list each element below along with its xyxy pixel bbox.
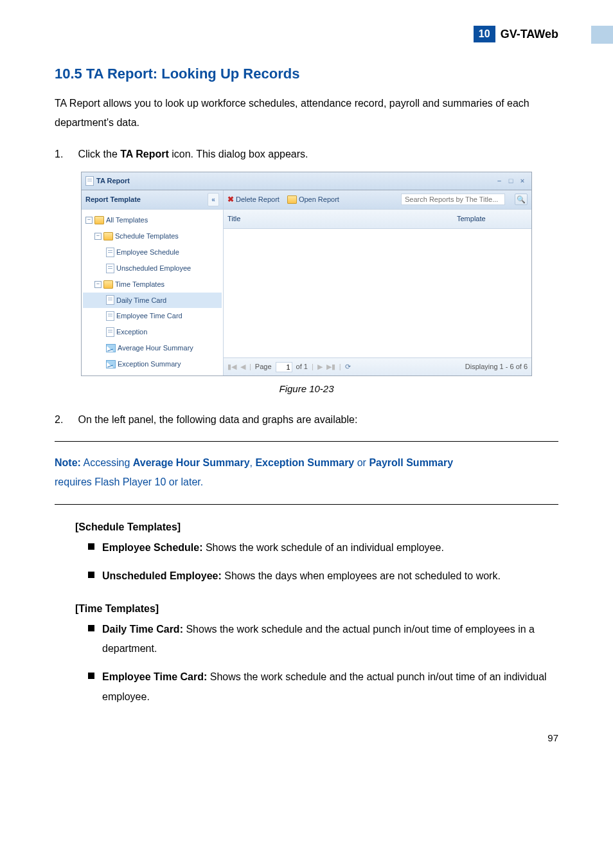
delete-report-label: Delete Report [236,193,280,206]
delete-report-button[interactable]: ✖Delete Report [227,192,280,207]
search-button[interactable]: 🔍 [515,194,528,205]
step-1-text-suffix: icon. This dialog box appears. [169,149,308,159]
page-label: Page [255,360,272,374]
schedule-templates-head: [Schedule Templates] [75,521,558,533]
note-rule-top [55,441,558,442]
open-report-button[interactable]: Open Report [287,193,339,206]
figure-caption: Figure 10-23 [55,380,558,399]
search-icon: 🔍 [517,193,526,206]
report-icon [106,311,114,321]
open-report-label: Open Report [299,193,339,206]
step-1-bold: TA Report [120,149,169,159]
tree-label: Exception Summary [118,357,181,371]
bullet-employee-time-card: Employee Time Card: Shows the work sched… [75,667,558,707]
product-name: GV-TAWeb [501,28,558,41]
report-icon [106,295,114,305]
column-title[interactable]: Title [227,212,457,226]
tree-time-templates[interactable]: −Time Templates [83,276,222,293]
tree-all-templates[interactable]: −All Templates [83,212,222,228]
bullet-bold: Employee Schedule: [102,542,203,553]
step-1-text-prefix: Click the [78,149,120,159]
step-1: Click the TA Report icon. This dialog bo… [55,145,558,399]
tree-employee-schedule[interactable]: Employee Schedule [83,244,222,260]
tree-schedule-templates[interactable]: −Schedule Templates [83,228,222,244]
chart-icon [106,360,116,368]
bullet-text: Shows the work schedule of an individual… [203,542,444,553]
sidebar-header: Report Template « [82,190,223,210]
report-main-panel: ✖Delete Report Open Report 🔍 Title Templ… [224,190,531,375]
tree-average-hour-summary[interactable]: Average Hour Summary [83,340,222,356]
bullet-bold: Unscheduled Employee: [102,570,222,581]
note-text: or [354,457,369,468]
tree-label: Payroll Templates [115,374,171,375]
page-input[interactable] [276,362,292,372]
close-button[interactable]: × [517,177,528,186]
report-template-sidebar: Report Template « −All Templates −Schedu… [82,190,224,375]
expand-toggle-icon[interactable]: − [94,281,102,288]
tree-label: Exception [116,325,147,339]
report-icon [106,264,114,273]
report-icon [106,327,114,337]
page-last-button[interactable]: ▶▮ [326,360,335,374]
note-bold: Payroll Summary [369,457,453,468]
ta-report-dialog: TA Report – □ × Report Template « [81,172,532,376]
page-next-button[interactable]: ▶ [317,360,323,374]
note-block: Note: Accessing Average Hour Summary, Ex… [55,453,558,493]
search-box [401,194,505,205]
page-first-button[interactable]: ▮◀ [227,360,236,374]
column-template[interactable]: Template [457,212,528,226]
tree-payroll-templates[interactable]: −Payroll Templates [83,372,222,375]
maximize-button[interactable]: □ [506,177,516,186]
tree-daily-time-card[interactable]: Daily Time Card [83,293,222,309]
tree-label: Average Hour Summary [118,341,193,355]
note-bold: Average Hour Summary [133,457,250,468]
displaying-label: Displaying 1 - 6 of 6 [465,360,528,374]
minimize-button[interactable]: – [494,177,504,186]
search-input[interactable] [404,195,502,204]
bullet-employee-schedule: Employee Schedule: Shows the work schedu… [75,538,558,557]
step-2: On the left panel, the following data an… [55,410,558,429]
document-header: 10 GV-TAWeb [55,26,558,42]
folder-icon [103,280,113,289]
expand-toggle-icon[interactable]: − [94,233,102,240]
time-templates-head: [Time Templates] [75,603,558,615]
report-icon [106,248,114,257]
report-toolbar: ✖Delete Report Open Report 🔍 [224,190,531,210]
collapse-sidebar-button[interactable]: « [208,193,219,206]
tree-exception[interactable]: Exception [83,324,222,340]
page-prev-button[interactable]: ◀ [240,360,245,374]
pager-bar: ▮◀ ◀ | Page of 1 | ▶ ▶▮ | ⟳ [224,357,531,375]
dialog-title: TA Report [96,174,130,188]
tree-unscheduled-employee[interactable]: Unscheduled Employee [83,260,222,276]
bullet-bold: Daily Time Card: [102,624,183,635]
expand-toggle-icon[interactable]: − [85,217,93,224]
report-grid-body [224,229,531,357]
sidebar-header-label: Report Template [85,193,141,206]
window-icon [85,176,94,186]
chart-icon [106,344,116,352]
step-2-text: On the left panel, the following data an… [78,414,357,425]
tree-employee-time-card[interactable]: Employee Time Card [83,308,222,324]
tree-label: Employee Time Card [116,309,182,323]
tree-label: Time Templates [115,278,164,291]
tree-label: All Templates [106,213,148,227]
note-label: Note: [55,457,81,468]
tree-label: Daily Time Card [116,294,166,307]
delete-icon: ✖ [227,192,234,207]
page-number: 97 [55,732,558,743]
header-accent [591,26,613,44]
bullet-bold: Employee Time Card: [102,671,207,682]
folder-icon [103,232,113,240]
open-folder-icon [287,195,297,204]
bullet-text: Shows the days when employees are not sc… [222,570,501,581]
intro-paragraph: TA Report allows you to look up workforc… [55,94,558,133]
section-heading: 10.5 TA Report: Looking Up Records [55,66,558,82]
dialog-title-bar[interactable]: TA Report – □ × [82,172,531,190]
tree-exception-summary[interactable]: Exception Summary [83,356,222,372]
tree-label: Unscheduled Employee [116,262,191,275]
grid-column-header: Title Template [224,210,531,229]
page-of-label: of 1 [296,360,308,374]
refresh-button[interactable]: ⟳ [345,360,351,374]
note-text-line2: requires Flash Player 10 or later. [55,473,558,492]
folder-icon [94,216,104,224]
